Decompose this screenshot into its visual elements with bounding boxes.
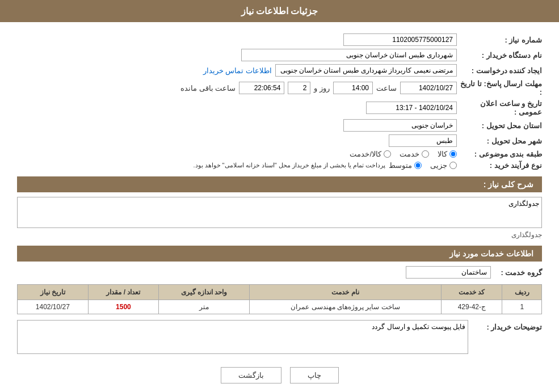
th-nam: نام خدمت	[249, 285, 441, 300]
print-button[interactable]: چاپ	[290, 367, 339, 383]
row-shomareNiaz: شماره نیاز :	[17, 33, 542, 46]
label-namDastgah: نام دستگاه خریدار :	[457, 51, 542, 60]
label-noefarayand: نوع فرآیند خرید :	[457, 161, 542, 170]
radio-item-kala: کالا	[438, 150, 457, 158]
page-wrapper: جزئیات اطلاعات نیاز شماره نیاز : نام دست…	[0, 0, 559, 392]
label-saat: ساعت	[376, 84, 397, 92]
radio-kala[interactable]	[449, 150, 457, 158]
th-vahed: واحد اندازه گیری	[159, 285, 250, 300]
sharh-placeholder: جدولگذاری	[17, 231, 542, 239]
input-shahr[interactable]	[389, 134, 457, 147]
label-ostan: استان محل تحویل :	[457, 121, 542, 130]
value-ostan	[17, 119, 457, 132]
th-tarikh: تاریخ نیاز	[18, 285, 89, 300]
radio-khedmat[interactable]	[422, 150, 429, 158]
back-button[interactable]: بازگشت	[221, 367, 281, 383]
bottom-buttons: چاپ بازگشت	[17, 367, 542, 383]
input-mohlat-remaining[interactable]	[239, 82, 284, 94]
page-title: جزئیات اطلاعات نیاز	[241, 6, 318, 16]
sharh-content: جدولگذاری	[17, 197, 542, 239]
buyer-desc-label: توضیحات خریدار :	[474, 320, 542, 331]
value-mohlat: ساعت روز و ساعت باقی مانده	[17, 82, 457, 94]
cell-tedad: 1500	[88, 300, 159, 314]
value-namDastgah	[17, 49, 457, 61]
table-row: 1 ج-42-429 ساخت سایر پروژه‌های مهندسی عم…	[18, 300, 542, 314]
section-sharh: شرح کلی نیاز :	[17, 176, 542, 192]
label-tabaqe: طبقه بندی موضوعی :	[457, 150, 542, 158]
value-tabaqe: کالا خدمت کالا/خدمت	[17, 150, 457, 158]
label-taarikh-elaan: تاریخ و ساعت اعلان عمومی :	[457, 99, 542, 116]
row-service-group: گروه خدمت :	[17, 266, 542, 279]
value-taarikh-elaan	[17, 102, 457, 114]
section-services: اطلاعات خدمات مورد نیاز	[17, 246, 542, 262]
th-kod: کد خدمت	[442, 285, 502, 300]
radio-item-jozi: جزیی	[430, 161, 457, 170]
input-ostan[interactable]	[343, 119, 457, 132]
input-shomareNiaz[interactable]	[343, 33, 457, 46]
radio-motavasset-label: متوسط	[389, 161, 412, 170]
radio-item-khedmat: خدمت	[400, 150, 429, 158]
value-shahr	[17, 134, 457, 147]
row-namDastgah: نام دستگاه خریدار :	[17, 49, 542, 61]
radio-jozi[interactable]	[449, 162, 457, 169]
section-services-title: اطلاعات خدمات مورد نیاز	[449, 249, 533, 258]
label-service-group: گروه خدمت :	[497, 268, 542, 277]
services-table: ردیف کد خدمت نام خدمت واحد اندازه گیری ت…	[17, 284, 542, 314]
input-namDastgah[interactable]	[241, 49, 457, 61]
label-shahr: شهر محل تحویل :	[457, 137, 542, 145]
radio-kala-khedmat-label: کالا/خدمت	[350, 150, 381, 158]
radio-kala-label: کالا	[438, 150, 447, 158]
row-ostan: استان محل تحویل :	[17, 119, 542, 132]
cell-tarikh: 1402/10/27	[18, 300, 89, 314]
radio-khedmat-label: خدمت	[400, 150, 419, 158]
row-noefarayand: نوع فرآیند خرید : جزیی متوسط پرداخت تمام…	[17, 161, 542, 170]
input-mohlat-saat[interactable]	[333, 82, 373, 94]
radio-item-motavasset: متوسط	[389, 161, 422, 170]
textarea-buyer-desc[interactable]	[17, 320, 468, 354]
th-radif: ردیف	[502, 285, 542, 300]
main-content: شماره نیاز : نام دستگاه خریدار : ایجاد ک…	[0, 22, 559, 392]
radio-kala-khedmat[interactable]	[384, 150, 391, 158]
noefarayand-desc: پرداخت تمام یا بخشی از مبلغ خریداز محل "…	[193, 162, 385, 169]
label-mohlat: مهلت ارسال پاسخ: تا تاریخ :	[457, 79, 542, 96]
cell-radif: 1	[502, 300, 542, 314]
page-header: جزئیات اطلاعات نیاز	[0, 0, 559, 22]
cell-nam: ساخت سایر پروژه‌های مهندسی عمران	[249, 300, 441, 314]
label-eijadKonande: ایجاد کننده درخواست :	[457, 66, 542, 75]
table-header-row: ردیف کد خدمت نام خدمت واحد اندازه گیری ت…	[18, 285, 542, 300]
input-mohlat-date[interactable]	[400, 82, 457, 94]
input-eijadKonande[interactable]	[275, 64, 457, 77]
cell-vahed: متر	[159, 300, 250, 314]
row-tabaqe: طبقه بندی موضوعی : کالا خدمت کالا/خدمت	[17, 150, 542, 158]
label-shomareNiaz: شماره نیاز :	[457, 36, 542, 44]
input-taarikh-elaan[interactable]	[366, 102, 457, 114]
label-rooz: روز و	[314, 84, 330, 92]
tabaqe-radio-group: کالا خدمت کالا/خدمت	[17, 150, 457, 158]
label-remaining: ساعت باقی مانده	[180, 84, 236, 92]
value-shomareNiaz	[17, 33, 457, 46]
value-eijadKonande: اطلاعات تماس خریدار	[17, 64, 457, 77]
radio-jozi-label: جزیی	[430, 161, 447, 170]
input-service-group[interactable]	[406, 266, 491, 279]
buyer-desc-content	[17, 320, 468, 356]
radio-item-kala-khedmat: کالا/خدمت	[350, 150, 391, 158]
link-ettelaatTamas[interactable]: اطلاعات تماس خریدار	[203, 66, 272, 75]
row-mohlat: مهلت ارسال پاسخ: تا تاریخ : ساعت روز و س…	[17, 79, 542, 96]
textarea-sharh[interactable]	[17, 197, 542, 228]
section-sharh-title: شرح کلی نیاز :	[484, 180, 533, 189]
buyer-desc-section: توضیحات خریدار :	[17, 320, 542, 356]
cell-kod: ج-42-429	[442, 300, 502, 314]
value-noefarayand: جزیی متوسط پرداخت تمام یا بخشی از مبلغ خ…	[17, 161, 457, 170]
row-eijadKonande: ایجاد کننده درخواست : اطلاعات تماس خریدا…	[17, 64, 542, 77]
noefarayand-radio-group: جزیی متوسط	[389, 161, 457, 170]
radio-motavasset[interactable]	[414, 162, 422, 169]
row-shahr: شهر محل تحویل :	[17, 134, 542, 147]
th-tedad: تعداد / مقدار	[88, 285, 159, 300]
input-mohlat-rooz[interactable]	[288, 82, 310, 94]
row-taarikh-elaan: تاریخ و ساعت اعلان عمومی :	[17, 99, 542, 116]
